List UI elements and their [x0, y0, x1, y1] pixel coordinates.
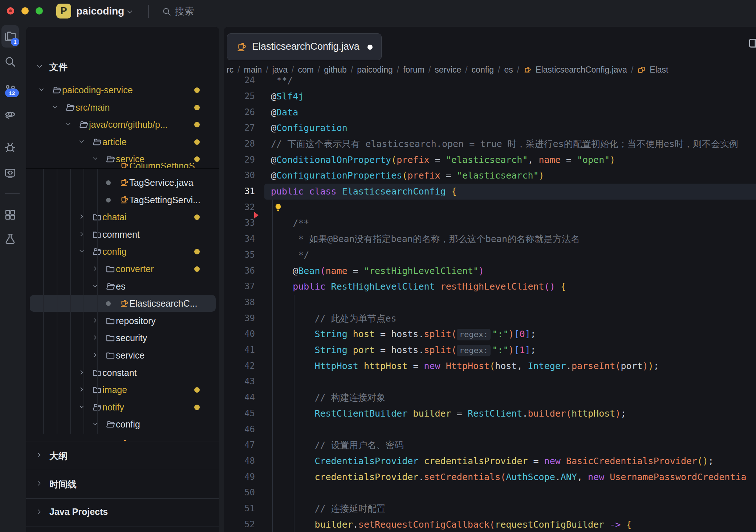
tree-item-notify[interactable]: notify	[26, 399, 219, 416]
tree-item-java-com-github-p-[interactable]: java/com/github/p...	[26, 116, 219, 133]
line-number[interactable]: 52	[224, 517, 255, 532]
code-line-46[interactable]: 46	[224, 422, 756, 438]
code-line-40[interactable]: 40 String host = hosts.split(regex:":")[…	[224, 326, 756, 342]
tree-item-src-main[interactable]: src/main	[26, 99, 219, 116]
line-number[interactable]: 26	[224, 105, 255, 120]
code-line-33[interactable]: 33 /**	[224, 215, 756, 231]
code-line-41[interactable]: 41 String port = hosts.split(regex:":")[…	[224, 342, 756, 358]
line-number[interactable]: 35	[224, 247, 255, 263]
activity-item-remote-console[interactable]	[1, 163, 19, 183]
line-number[interactable]: 32	[224, 200, 255, 216]
line-number[interactable]: 24	[224, 73, 255, 89]
line-number[interactable]: 48	[224, 453, 255, 469]
tree-item-security[interactable]: security	[26, 330, 219, 346]
code-line-28[interactable]: 28// 下面这个表示只有 elasticsearch.open = true …	[224, 136, 756, 152]
tree-item-comment[interactable]: comment	[26, 226, 219, 243]
tree-item-chatai[interactable]: chatai	[26, 209, 219, 225]
fold-marker-arrow[interactable]	[254, 212, 259, 218]
line-number[interactable]: 31	[224, 184, 255, 200]
code-line-50[interactable]: 50	[224, 485, 756, 501]
line-number[interactable]: 36	[224, 263, 255, 279]
line-number[interactable]: 28	[224, 136, 255, 152]
line-number[interactable]: 49	[224, 469, 255, 485]
tree-item-image[interactable]: image	[26, 381, 219, 398]
activity-item-testing[interactable]	[1, 229, 19, 249]
line-number[interactable]: 27	[224, 120, 255, 136]
activity-item-search[interactable]	[1, 52, 19, 72]
code-line-26[interactable]: 26@Data	[224, 105, 756, 120]
close-button[interactable]	[7, 7, 14, 15]
code-line-42[interactable]: 42 HttpHost httpHost = new HttpHost(host…	[224, 358, 756, 374]
code-line-45[interactable]: 45 RestClientBuilder builder = RestClien…	[224, 406, 756, 422]
line-number[interactable]: 25	[224, 89, 255, 105]
line-number[interactable]: 40	[224, 326, 255, 342]
line-number[interactable]: 41	[224, 342, 255, 358]
code-line-29[interactable]: 29@ConditionalOnProperty(prefix = "elast…	[224, 152, 756, 168]
tree-item-service[interactable]: service	[26, 347, 219, 364]
line-number[interactable]: 47	[224, 437, 255, 453]
tree-item-config[interactable]: config	[26, 243, 219, 260]
code-line-30[interactable]: 30@ConfigurationProperties(prefix = "ela…	[224, 168, 756, 184]
code-line-32[interactable]: 32	[224, 200, 756, 216]
line-number[interactable]: 50	[224, 485, 255, 501]
activity-item-debug[interactable]	[1, 137, 19, 157]
tree-item-repository[interactable]: repository	[26, 312, 219, 329]
line-number[interactable]: 37	[224, 279, 255, 295]
files-section-header[interactable]: 文件	[26, 58, 219, 75]
tree-item-paicoding-service[interactable]: paicoding-service	[26, 82, 219, 98]
lightbulb-icon[interactable]	[273, 202, 283, 213]
line-number[interactable]: 42	[224, 358, 255, 374]
activity-item-references[interactable]	[1, 104, 19, 124]
code-line-39[interactable]: 39 // 此处为单节点es	[224, 311, 756, 327]
code-line-27[interactable]: 27@Configuration	[224, 120, 756, 136]
line-number[interactable]: 38	[224, 295, 255, 311]
minimize-button[interactable]	[21, 7, 29, 15]
code-line-48[interactable]: 48 CredentialsProvider credentialsProvid…	[224, 453, 756, 469]
code-line-44[interactable]: 44 // 构建连接对象	[224, 390, 756, 406]
maximize-button[interactable]	[36, 7, 43, 15]
code-line-43[interactable]: 43	[224, 374, 756, 390]
sidebar-section-大纲[interactable]: 大纲	[26, 442, 219, 470]
code-line-25[interactable]: 25@Slf4j	[224, 89, 756, 105]
line-number[interactable]: 30	[224, 168, 255, 184]
line-number[interactable]: 51	[224, 501, 255, 517]
tree-item-file[interactable]	[26, 435, 219, 441]
code-line-36[interactable]: 36 @Bean(name = "restHighLevelClient")	[224, 263, 756, 279]
sidebar-section-java-projects[interactable]: Java Projects	[26, 499, 219, 527]
tree-item-config[interactable]: config	[26, 416, 219, 433]
line-number[interactable]: 34	[224, 231, 255, 247]
code-line-31[interactable]: 31public class ElasticsearchConfig {	[224, 184, 756, 200]
tree-item-partially-hidden[interactable]	[26, 435, 219, 441]
line-number[interactable]: 33	[224, 215, 255, 231]
code-line-34[interactable]: 34 * 如果@Bean没有指定bean的名称，那么这个bean的名称就是方法名	[224, 231, 756, 247]
tree-item-converter[interactable]: converter	[26, 261, 219, 277]
code-line-49[interactable]: 49 credentialsProvider.setCredentials(Au…	[224, 469, 756, 485]
activity-item-extensions[interactable]	[1, 205, 19, 225]
code-line-47[interactable]: 47 // 设置用户名、密码	[224, 437, 756, 453]
line-number[interactable]: 29	[224, 152, 255, 168]
line-number[interactable]: 39	[224, 311, 255, 327]
project-name[interactable]: paicoding	[76, 5, 124, 17]
code-area[interactable]: 24 **/25@Slf4j26@Data27@Configuration28/…	[224, 27, 756, 532]
tree-item-es[interactable]: es	[26, 278, 219, 295]
line-number[interactable]: 43	[224, 374, 255, 390]
tree-item-constant[interactable]: constant	[26, 364, 219, 381]
code-line-24[interactable]: 24 **/	[224, 73, 756, 89]
line-number[interactable]: 45	[224, 406, 255, 422]
chevron-down-icon[interactable]	[126, 8, 134, 16]
global-search[interactable]: 搜索	[162, 5, 194, 18]
tree-item-elasticsearchc-[interactable]: ElasticsearchC...	[26, 295, 219, 312]
line-number[interactable]: 46	[224, 422, 255, 438]
tree-item-article[interactable]: article	[26, 134, 219, 150]
code-line-52[interactable]: 52 builder.setRequestConfigCallback(requ…	[224, 517, 756, 532]
code-line-38[interactable]: 38	[224, 295, 756, 311]
code-line-35[interactable]: 35 */	[224, 247, 756, 263]
code-line-51[interactable]: 51 // 连接延时配置	[224, 501, 756, 517]
sidebar-section-时间线[interactable]: 时间线	[26, 470, 219, 499]
tree-item-columnsettings-[interactable]: ColumnSettingS...	[26, 163, 219, 168]
tree-item-partially-hidden[interactable]: ColumnSettingS...	[26, 163, 219, 168]
code-line-37[interactable]: 37 public RestHighLevelClient restHighLe…	[224, 279, 756, 295]
tree-item-tagsettingservi-[interactable]: TagSettingServi...	[26, 192, 219, 208]
line-number[interactable]: 44	[224, 390, 255, 406]
tree-item-tagservice-java[interactable]: TagService.java	[26, 174, 219, 191]
